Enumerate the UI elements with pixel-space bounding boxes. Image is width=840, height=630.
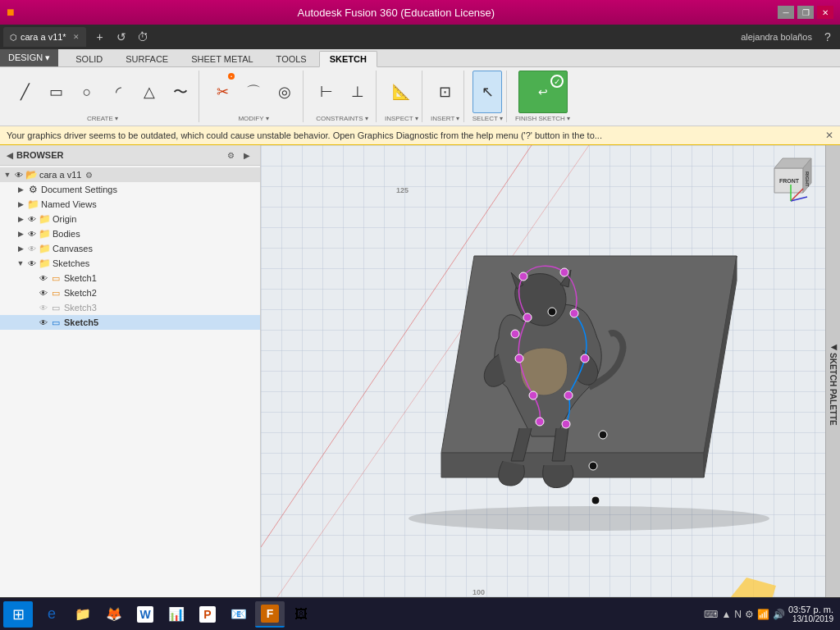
tree-item-sketch2[interactable]: ▶ 👁 ▭ Sketch2 — [0, 285, 260, 300]
sketches-expand-icon[interactable]: ▼ — [15, 258, 26, 269]
browser-header: ◀ BROWSER ⚙ ▶ — [0, 145, 260, 166]
bodies-expand-icon[interactable]: ▶ — [15, 228, 26, 240]
line-tool-button[interactable]: ╱ — [10, 71, 39, 113]
tree-item-canvases[interactable]: ▶ 👁 📁 Canvases — [0, 241, 260, 256]
browser-collapse-btn[interactable]: ▶ — [240, 148, 253, 162]
tab-cara-a-v11[interactable]: ⬡ cara a v11* ✕ — [3, 27, 86, 47]
warning-close-button[interactable]: ✕ — [825, 130, 833, 141]
insert-button[interactable]: ⊡ — [431, 71, 460, 113]
ppt-icon: P — [199, 606, 216, 623]
sketch5-eye-icon[interactable]: 👁 — [38, 317, 49, 328]
browser-settings-btn[interactable]: ⚙ — [224, 148, 237, 162]
tree-item-root[interactable]: ▼ 👁 📂 cara a v11 ⚙ — [0, 167, 260, 182]
sketch2-eye-icon[interactable]: 👁 — [38, 287, 49, 299]
tree-item-sketch1[interactable]: ▶ 👁 ▭ Sketch1 — [0, 271, 260, 285]
history-button[interactable]: ⏱ — [134, 28, 152, 46]
taskbar-app-word[interactable]: W — [130, 601, 160, 628]
design-label: DESIGN ▾ — [8, 52, 50, 63]
inspect-icon: 📐 — [392, 84, 410, 99]
tab-surface[interactable]: SURFACE — [115, 51, 179, 66]
tab-sheet-metal[interactable]: SHEET METAL — [180, 51, 263, 66]
named-views-expand-icon[interactable]: ▶ — [15, 199, 26, 210]
origin-eye-icon[interactable]: 👁 — [26, 213, 38, 225]
arrow-up-icon[interactable]: ▲ — [721, 609, 731, 620]
tree-item-sketch3[interactable]: ▶ 👁 ▭ Sketch3 — [0, 300, 260, 315]
start-button[interactable]: ⊞ — [3, 601, 33, 628]
sketch-palette-panel[interactable]: ◀ SKETCH PALETTE — [825, 145, 840, 623]
finish-sketch-section: ✓ ↩ FINISH SKETCH ▾ — [515, 71, 570, 122]
taskbar-app-mail[interactable]: 📧 — [224, 601, 253, 628]
polygon-tool-button[interactable]: △ — [135, 71, 164, 113]
rect-tool-button[interactable]: ▭ — [41, 71, 71, 113]
refresh-button[interactable]: ↺ — [112, 28, 130, 46]
signal-icon[interactable]: 📶 — [757, 609, 769, 620]
taskbar-app-excel[interactable]: 📊 — [162, 601, 191, 628]
rect-icon: ▭ — [49, 84, 63, 99]
username: alejandra bolaños — [741, 32, 812, 42]
design-button[interactable]: DESIGN ▾ — [0, 49, 58, 66]
minimize-button[interactable]: ─ — [778, 6, 794, 19]
sketch-palette-label-container: ◀ SKETCH PALETTE — [829, 343, 838, 426]
extend-tool-button[interactable]: ⌒ — [239, 71, 268, 113]
content-area: ◀ BROWSER ⚙ ▶ ▼ 👁 📂 cara a v11 ⚙ ▶ ⚙ Doc… — [0, 145, 840, 623]
extend-icon: ⌒ — [246, 84, 261, 99]
origin-expand-icon[interactable]: ▶ — [15, 213, 26, 225]
select-button[interactable]: ↖ — [472, 71, 502, 113]
tree-item-named-views[interactable]: ▶ 📁 Named Views — [0, 197, 260, 212]
help-button[interactable]: ? — [819, 28, 837, 46]
doc-settings-expand-icon[interactable]: ▶ — [15, 184, 26, 195]
settings-tray-icon[interactable]: ⚙ — [745, 609, 754, 620]
bodies-eye-icon[interactable]: 👁 — [26, 228, 38, 240]
canvases-expand-icon[interactable]: ▶ — [15, 243, 26, 254]
taskbar-app-ie[interactable]: e — [37, 601, 66, 628]
constrain-button[interactable]: ⊢ — [312, 71, 341, 113]
window-title: Autodesk Fusion 360 (Education License) — [15, 7, 778, 19]
taskbar-app-fusion[interactable]: F — [255, 601, 285, 628]
inspect-button[interactable]: 📐 — [386, 71, 416, 113]
restore-button[interactable]: ❐ — [797, 6, 814, 19]
perpendicular-button[interactable]: ⊥ — [343, 71, 372, 113]
keyboard-icon[interactable]: ⌨ — [704, 609, 718, 620]
root-eye-icon[interactable]: 👁 — [13, 169, 25, 180]
svg-point-9 — [570, 309, 578, 317]
sketch5-label: Sketch5 — [64, 317, 98, 327]
canvases-label: Canvases — [52, 244, 93, 253]
canvases-eye-icon[interactable]: 👁 — [26, 243, 38, 254]
close-button[interactable]: ✕ — [817, 6, 833, 19]
window-controls: ─ ❐ ✕ — [778, 6, 833, 19]
tab-sketch[interactable]: SKETCH — [319, 51, 377, 67]
root-gear-icon[interactable]: ⚙ — [83, 169, 94, 180]
sketch3-eye-icon[interactable]: 👁 — [38, 302, 49, 313]
tree-item-sketch5[interactable]: ▶ 👁 ▭ Sketch5 — [0, 315, 260, 330]
browser-title: BROWSER — [16, 150, 63, 160]
trim-tool-button[interactable]: ✂ • — [208, 71, 237, 113]
tab-tools[interactable]: TOOLS — [266, 51, 317, 66]
tree-item-doc-settings[interactable]: ▶ ⚙ Document Settings — [0, 182, 260, 197]
finish-sketch-button[interactable]: ✓ ↩ — [518, 71, 568, 113]
ie-icon: e — [48, 605, 56, 623]
tab-close-btn[interactable]: ✕ — [73, 33, 80, 41]
root-expand-icon[interactable]: ▼ — [2, 169, 13, 180]
offset-tool-button[interactable]: ◎ — [270, 71, 299, 113]
circle-tool-button[interactable]: ○ — [72, 71, 102, 113]
sketch1-eye-icon[interactable]: 👁 — [38, 272, 49, 284]
modify-group: ✂ • ⌒ ◎ MODIFY ▾ — [204, 71, 304, 122]
sketches-eye-icon[interactable]: 👁 — [26, 258, 38, 269]
taskbar-app-ppt[interactable]: P — [193, 601, 222, 628]
browser-controls: ⚙ ▶ — [224, 148, 253, 162]
volume-icon[interactable]: 🔊 — [773, 609, 785, 620]
tab-solid[interactable]: SOLID — [65, 51, 113, 66]
spline-tool-button[interactable]: 〜 — [166, 71, 195, 113]
tree-item-sketches[interactable]: ▼ 👁 📁 Sketches — [0, 256, 260, 271]
taskbar-right: ⌨ ▲ N ⚙ 📶 🔊 03:57 p. m. 13/10/2019 — [704, 605, 837, 623]
arc-tool-button[interactable]: ◜ — [103, 71, 133, 113]
cube-widget[interactable]: FRONT RIGHT — [766, 152, 815, 201]
taskbar-app-explorer[interactable]: 📁 — [68, 601, 98, 628]
taskbar-app-photos[interactable]: 🖼 — [286, 601, 316, 628]
tree-item-bodies[interactable]: ▶ 👁 📁 Bodies — [0, 226, 260, 241]
tree-item-origin[interactable]: ▶ 👁 📁 Origin — [0, 212, 260, 226]
network-icon[interactable]: N — [734, 609, 742, 620]
new-tab-button[interactable]: + — [91, 28, 109, 46]
svg-point-12 — [529, 391, 537, 399]
taskbar-app-firefox[interactable]: 🦊 — [99, 601, 129, 628]
